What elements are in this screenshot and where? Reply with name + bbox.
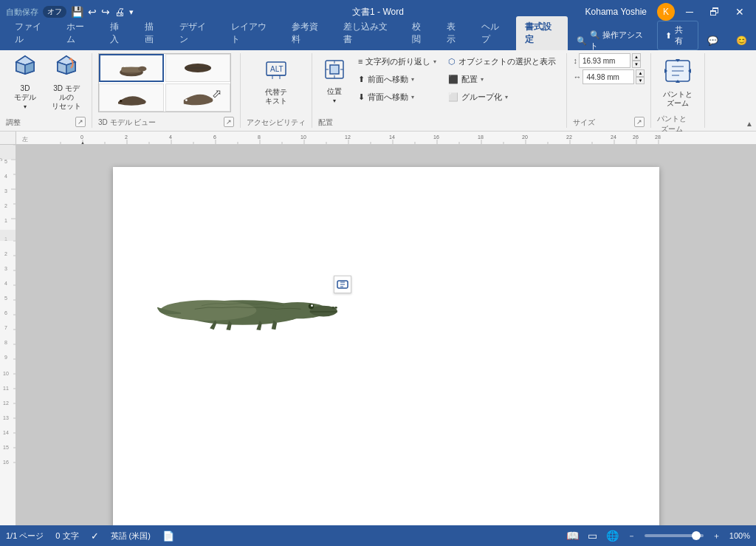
- zoom-level[interactable]: 100%: [729, 531, 750, 540]
- svg-text:28: 28: [655, 134, 661, 140]
- tab-help[interactable]: ヘルプ: [472, 16, 516, 50]
- tab-file[interactable]: ファイル: [6, 16, 58, 50]
- svg-text:11: 11: [3, 386, 9, 391]
- model-view-thumb-2[interactable]: [165, 54, 230, 82]
- group-label: グループ化: [461, 92, 502, 103]
- width-input[interactable]: [583, 69, 634, 84]
- position-header: 配置: [318, 115, 560, 128]
- position-content: 位置 ▾ ≡ 文字列の折り返し ▾ ⬆ 前面へ移動 ▾ ⬇ 背面へ移動 ▾: [318, 53, 560, 115]
- 3d-model-object[interactable]: [154, 281, 346, 333]
- tab-review[interactable]: 校閲: [403, 16, 438, 50]
- zoom-slider[interactable]: [645, 534, 704, 537]
- height-spin-up[interactable]: ▲: [632, 53, 641, 61]
- svg-text:2: 2: [4, 251, 7, 256]
- bring-forward-label: 前面へ移動: [368, 74, 408, 85]
- tab-home[interactable]: ホーム: [58, 16, 101, 50]
- position-stack: ≡ 文字列の折り返し ▾ ⬆ 前面へ移動 ▾ ⬇ 背面へ移動 ▾: [354, 53, 441, 111]
- ribbon-group-panzoom: パントとズーム パントとズーム: [651, 53, 705, 128]
- svg-text:左: 左: [22, 136, 28, 143]
- 3d-model-reset-label: 3D モデルのリセット: [50, 84, 83, 111]
- tab-design[interactable]: デザイン: [171, 16, 222, 50]
- svg-text:1: 1: [4, 218, 7, 223]
- document-inner: [16, 145, 756, 525]
- svg-text:4: 4: [4, 174, 7, 179]
- select-objects-button[interactable]: ⬡ オブジェクトの選択と表示: [444, 53, 560, 69]
- svg-text:14: 14: [3, 430, 9, 435]
- position-button[interactable]: 位置 ▾: [318, 53, 351, 111]
- text-wrap-button[interactable]: ≡ 文字列の折り返し ▾: [354, 53, 441, 69]
- width-spin-down[interactable]: ▼: [636, 77, 645, 84]
- language[interactable]: 英語 (米国): [111, 530, 151, 542]
- ribbon-collapse-button[interactable]: ▲: [746, 120, 753, 128]
- height-row: ↕ ▲ ▼: [573, 53, 645, 68]
- ribbon: 3Dモデル ▾ 3D モデルのリセット 調整: [0, 50, 756, 132]
- tab-format[interactable]: 書式設定: [516, 16, 568, 50]
- svg-text:14: 14: [389, 134, 395, 140]
- tab-references[interactable]: 参考資料: [283, 16, 334, 50]
- model-view-dialog-launcher[interactable]: ↗: [224, 117, 234, 127]
- panzoom-button[interactable]: パントとズーム: [657, 53, 698, 111]
- zoom-plus-btn[interactable]: ＋: [712, 530, 721, 542]
- 3d-model-reset-button[interactable]: 3D モデルのリセット: [47, 53, 86, 111]
- size-dialog-launcher[interactable]: ↗: [634, 117, 645, 127]
- tab-draw[interactable]: 描画: [136, 16, 171, 50]
- 3d-rotate-handle[interactable]: [334, 276, 351, 293]
- send-back-button[interactable]: ⬇ 背面へ移動 ▾: [354, 89, 441, 105]
- ribbon-tab-bar: ファイル ホーム 挿入 描画 デザイン レイアウト 参考資料 差し込み文書 校閲…: [0, 24, 756, 50]
- ribbon-group-position: 位置 ▾ ≡ 文字列の折り返し ▾ ⬆ 前面へ移動 ▾ ⬇ 背面へ移動 ▾: [312, 53, 567, 128]
- 3d-model-button[interactable]: 3Dモデル ▾: [6, 53, 44, 111]
- tab-view[interactable]: 表示: [438, 16, 472, 50]
- align-button[interactable]: ⬛ 配置 ▾: [444, 71, 560, 87]
- width-spin-up[interactable]: ▲: [636, 69, 645, 77]
- share-button[interactable]: ⬆ 共有: [657, 21, 698, 50]
- model-views-grid: [98, 53, 231, 112]
- model-view-thumb-3[interactable]: [99, 83, 164, 112]
- accessibility-content: ALT 代替テキスト: [257, 53, 295, 115]
- send-back-arrow: ▾: [411, 94, 414, 100]
- tab-insert[interactable]: 挿入: [101, 16, 136, 50]
- alt-text-button[interactable]: ALT 代替テキスト: [257, 53, 295, 111]
- position-label: 位置: [327, 87, 342, 96]
- print-layout-icon[interactable]: ▭: [588, 530, 597, 542]
- document-scroll-area[interactable]: [16, 145, 756, 525]
- web-layout-icon[interactable]: 🌐: [606, 530, 619, 542]
- model-view-header: 3D モデル ビュー ↗: [98, 115, 234, 128]
- ruler-v-svg: 5 5 4 3 2 1 1 2 3 4 5 6 7 8 9 10: [0, 145, 16, 525]
- user-avatar: K: [657, 3, 675, 21]
- read-mode-icon[interactable]: 📖: [566, 530, 579, 542]
- ruler-h-svg: 左 0 2 4 6 8 10: [16, 132, 756, 144]
- svg-text:8: 8: [4, 340, 7, 345]
- tab-emoji[interactable]: 😊: [727, 31, 756, 50]
- svg-text:0: 0: [80, 134, 83, 140]
- tab-comments[interactable]: 💬: [698, 31, 727, 50]
- proofing-icon[interactable]: ✓: [91, 530, 99, 542]
- model-view-thumb-1[interactable]: [99, 54, 164, 82]
- close-button[interactable]: ✕: [729, 1, 750, 22]
- svg-text:8: 8: [258, 134, 261, 140]
- model-view-label: 3D モデル ビュー: [98, 116, 156, 128]
- align-icon: ⬛: [448, 75, 458, 84]
- ribbon-group-size: ↕ ▲ ▼ ↔ ▲ ▼ サイズ ↗: [567, 53, 651, 128]
- zoom-minus-btn[interactable]: －: [628, 530, 636, 542]
- more-qat-icon[interactable]: ▾: [129, 7, 134, 17]
- ruler-horizontal: 左 0 2 4 6 8 10: [16, 132, 756, 144]
- minimize-button[interactable]: ─: [679, 1, 700, 22]
- view-thumbnails-container: ▲ ▼: [98, 53, 231, 112]
- svg-point-12: [138, 66, 146, 72]
- height-input[interactable]: [579, 53, 630, 68]
- height-spin-down[interactable]: ▼: [632, 61, 641, 68]
- search-assist[interactable]: 🔍 🔍 操作アシスト: [571, 31, 654, 50]
- restore-button[interactable]: 🗗: [704, 1, 725, 22]
- group-button[interactable]: ⬜ グループ化 ▾: [444, 89, 560, 105]
- adjust-dialog-launcher[interactable]: ↗: [75, 117, 86, 127]
- width-icon: ↔: [573, 72, 581, 81]
- svg-point-139: [334, 307, 337, 309]
- select-objects-label: オブジェクトの選択と表示: [458, 56, 556, 67]
- 3d-rotate-icon: [337, 279, 348, 290]
- tab-mailings[interactable]: 差し込み文書: [334, 16, 403, 50]
- ruler-corner: [0, 132, 16, 145]
- svg-text:9: 9: [4, 355, 7, 360]
- bring-forward-button[interactable]: ⬆ 前面へ移動 ▾: [354, 71, 441, 87]
- tab-layout[interactable]: レイアウト: [222, 16, 283, 50]
- position-label-g: 配置: [318, 116, 333, 128]
